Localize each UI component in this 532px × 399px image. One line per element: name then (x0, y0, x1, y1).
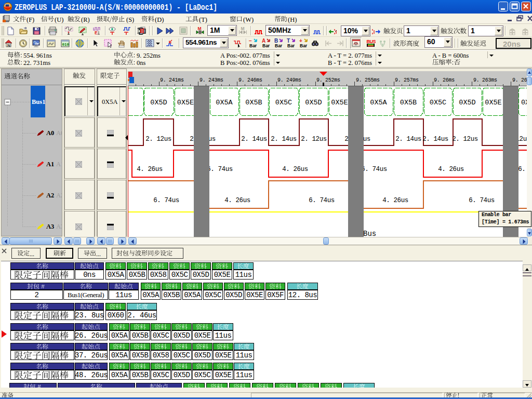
svg-text:6. 74us: 6. 74us (309, 197, 335, 204)
svg-text:0X5A: 0X5A (216, 99, 233, 107)
svg-text:6. 74us: 6. 74us (469, 197, 495, 204)
svg-text:4. 26us: 4. 26us (382, 197, 408, 204)
svg-text:0X5D: 0X5D (459, 99, 475, 107)
svg-text:2. 12us: 2. 12us (301, 136, 327, 143)
svg-text:BUS: BUS (367, 39, 376, 44)
svg-text:M: M (241, 26, 245, 31)
svg-text:0X5E: 0X5E (485, 99, 501, 107)
svg-text:0X5E: 0X5E (331, 99, 348, 107)
svg-text:4. 26us: 4. 26us (282, 166, 308, 173)
svg-text:010: 010 (62, 43, 70, 47)
svg-text:0X5B: 0X5B (400, 99, 417, 107)
svg-text:Bar: Bar (300, 43, 308, 48)
svg-text:2. 12us: 2. 12us (145, 136, 171, 143)
svg-text:0X5A: 0X5A (370, 99, 387, 107)
svg-text:0X5C: 0X5C (275, 99, 292, 107)
svg-text:Bar: Bar (262, 43, 270, 48)
svg-text:2. 14us: 2. 14us (271, 136, 297, 143)
svg-text:2. 14us: 2. 14us (241, 136, 267, 143)
svg-text:6. 74us: 6. 74us (207, 166, 233, 173)
svg-text:Bus: Bus (363, 230, 376, 237)
svg-text:4. 26us: 4. 26us (224, 197, 250, 204)
svg-text:2. 12us: 2. 12us (452, 136, 478, 143)
svg-text:0X5E: 0X5E (177, 99, 194, 107)
svg-text:0X5C: 0X5C (430, 99, 446, 107)
svg-text:0X5B: 0X5B (245, 99, 262, 107)
svg-text:0X5D: 0X5D (305, 99, 322, 107)
svg-text:4. 26us: 4. 26us (438, 166, 464, 173)
svg-text:0X5D: 0X5D (150, 99, 167, 107)
svg-text:N: N (7, 43, 10, 48)
svg-text:4. 26us: 4. 26us (137, 166, 163, 173)
svg-text:Hz: Hz (35, 42, 38, 45)
svg-text:2. 14us: 2. 14us (422, 136, 448, 143)
svg-text:E: E (95, 30, 98, 35)
svg-text:6. 74us: 6. 74us (153, 197, 179, 204)
svg-text:0X: 0X (521, 99, 527, 107)
svg-text:6. 74us: 6. 74us (361, 166, 387, 173)
svg-text:Bar: Bar (275, 43, 283, 48)
svg-text:Bar: Bar (249, 43, 257, 48)
svg-text:2. 14us: 2. 14us (395, 136, 421, 143)
svg-text:6. 74us: 6. 74us (518, 166, 527, 173)
svg-text:Bar: Bar (287, 43, 295, 48)
